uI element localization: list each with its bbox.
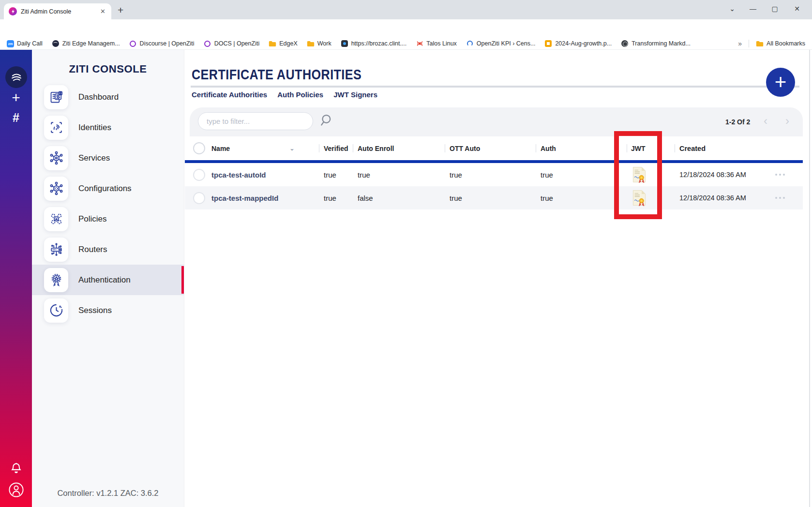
tab-search-icon[interactable]: ⌄ [726,5,738,13]
ca-name[interactable]: tpca-test-autoId [211,163,266,186]
bookmark-docs[interactable]: DOCS | OpenZiti [204,40,260,47]
certificate-authorities-table: Name ⌄ Verified Auto Enroll OTT Auto Aut… [185,136,803,209]
row-checkbox[interactable] [193,169,205,181]
jwt-certificate-icon[interactable] [631,163,648,186]
sidebar-item-policies[interactable]: Policies [32,204,184,234]
sidebar-menu: Dashboard Identities Services [32,82,184,326]
auto-enroll-value: false [358,186,373,209]
pagination-prev-icon[interactable]: ‹ [764,115,767,127]
verified-value: true [324,163,336,186]
sidebar-item-configurations[interactable]: Configurations [32,173,184,204]
main-content: CERTIFICATE AUTHORITIES + Certificate Au… [184,50,812,507]
jwt-certificate-icon[interactable] [631,186,648,209]
scrollbar-track[interactable] [809,50,810,507]
created-value: 12/18/2024 08:36 AM [679,186,746,209]
maximize-button[interactable]: ▢ [768,5,781,13]
sidebar-item-label: Sessions [78,306,112,315]
router-icon [44,238,68,262]
sidebar-item-dashboard[interactable]: Dashboard [32,82,184,112]
tab-close-icon[interactable]: ✕ [99,8,106,15]
minimize-button[interactable]: — [747,5,759,13]
tab-jwt-signers[interactable]: JWT Signers [333,90,377,99]
ca-name[interactable]: tpca-test-mappedId [211,186,278,209]
sidebar-item-label: Services [78,153,110,163]
close-window-button[interactable]: ✕ [791,5,803,13]
bookmark-openziti-kpi[interactable]: OpenZiti KPI › Cens... [466,40,536,47]
zoom-app-icon: zm [7,40,14,47]
search-icon[interactable] [319,113,334,128]
row-checkbox[interactable] [193,192,205,204]
browser-tab[interactable]: Ziti Admin Console ✕ [4,3,111,19]
column-header-auth[interactable]: Auth [541,136,556,160]
dashboard-icon [44,85,68,109]
sidebar-item-identities[interactable]: Identities [32,112,184,143]
rail-hash-button[interactable]: # [0,111,32,125]
tab-auth-policies[interactable]: Auth Policies [277,90,323,99]
filter-input[interactable] [207,113,303,130]
browser-tab-strip: Ziti Admin Console ✕ + ⌄ — ▢ ✕ [0,0,812,19]
column-header-created[interactable]: Created [679,136,706,160]
notifications-bell-icon[interactable] [10,462,23,475]
column-header-verified[interactable]: Verified [324,136,348,160]
row-menu-icon[interactable] [775,186,785,209]
bookmark-ziti-edge[interactable]: Ziti Edge Managem... [52,40,120,47]
column-header-ott-auto[interactable]: OTT Auto [450,136,480,160]
bookmark-brozac[interactable]: https://brozac.clint.... [341,40,407,47]
sidebar-item-label: Configurations [78,184,132,194]
rail-add-button[interactable]: + [0,89,32,106]
column-header-auto-enroll[interactable]: Auto Enroll [358,136,394,160]
openziti-ring-icon [204,40,211,47]
sidebar-item-label: Policies [78,214,107,224]
site-icon [341,40,348,47]
bookmark-discourse[interactable]: Discourse | OpenZiti [129,40,195,47]
slides-icon [544,40,552,47]
network-nodes-icon [44,177,68,201]
sidebar-item-sessions[interactable]: Sessions [32,295,184,326]
bookmarks-overflow-icon[interactable]: » [738,40,742,47]
created-value: 12/18/2024 08:36 AM [679,163,746,186]
talos-wave-icon [416,40,423,47]
bookmarks-bar: zm Daily Call Ziti Edge Managem... Disco… [0,38,812,50]
bookmark-folder-edgex[interactable]: EdgeX [269,40,298,47]
sidebar-item-routers[interactable]: Routers [32,234,184,265]
sidebar-item-label: Dashboard [78,92,119,102]
openziti-ring-icon [129,40,137,47]
select-all-checkbox[interactable] [193,142,205,154]
user-profile-icon[interactable] [8,482,24,498]
sidebar-item-authentication[interactable]: Authentication [32,265,184,295]
bookmark-talos[interactable]: Talos Linux [416,40,457,47]
gears-icon [44,207,68,231]
verified-value: true [324,186,336,209]
version-footer: Controller: v1.2.1 ZAC: 3.6.2 [32,489,184,498]
pagination-label: 1-2 Of 2 [725,118,750,126]
sort-chevron-icon[interactable]: ⌄ [289,136,295,160]
all-bookmarks-button[interactable]: All Bookmarks [756,40,805,47]
column-header-name[interactable]: Name [211,136,230,160]
table-row[interactable]: tpca-test-autoId true true true true 12/… [185,163,803,186]
new-tab-button[interactable]: + [118,4,123,16]
app-brand: ZITI CONSOLE [32,63,184,75]
sidebar-item-label: Identities [78,123,111,133]
browser-toolbar: https://ctrl.cdaws.clint.demo.openziti.o… [0,19,812,38]
row-menu-icon[interactable] [775,163,785,186]
column-header-jwt[interactable]: JWT [631,136,646,160]
ziti-logo[interactable] [5,66,27,88]
zac-page: + # ZITI CONSOLE Dashboard [0,50,812,507]
tab-certificate-authorities[interactable]: Certificate Authorities [192,90,267,99]
bookmark-growth-doc[interactable]: 2024-Aug-growth.p... [544,40,612,47]
ziti-admin-console-window: Ziti Admin Console ✕ + ⌄ — ▢ ✕ https://c… [0,0,812,507]
sidebar: ZITI CONSOLE Dashboard Identities [32,50,184,507]
add-certificate-authority-button[interactable]: + [766,68,795,97]
clock-icon [44,298,68,323]
bookmark-transforming[interactable]: Transforming Markd... [621,40,691,47]
bookmark-folder-work[interactable]: Work [307,40,331,47]
table-header-row: Name ⌄ Verified Auto Enroll OTT Auto Aut… [185,136,803,160]
title-divider [191,86,799,88]
network-nodes-icon [44,146,68,170]
table-row[interactable]: tpca-test-mappedId true false true true … [185,186,803,209]
sidebar-item-services[interactable]: Services [32,143,184,173]
bookmark-daily-call[interactable]: zm Daily Call [7,40,43,47]
pagination-next-icon[interactable]: › [785,115,789,127]
globe-icon [621,40,629,47]
ziti-favicon-icon [9,7,17,15]
